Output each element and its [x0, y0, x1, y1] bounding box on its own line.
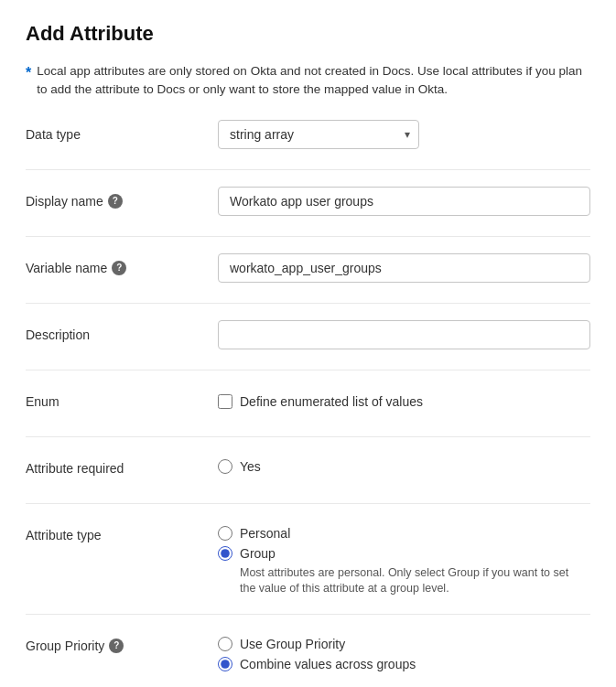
divider-6 [26, 503, 590, 504]
data-type-select-wrapper: string string array integer boolean numb… [218, 120, 419, 149]
group-priority-use-label: Use Group Priority [240, 637, 345, 651]
info-box: * Local app attributes are only stored o… [26, 62, 590, 100]
enum-checkbox-item: Define enumerated list of values [218, 387, 590, 409]
group-priority-combine-item: Combine values across groups [218, 657, 590, 671]
attribute-type-personal-item: Personal [218, 526, 590, 541]
attribute-required-row: Attribute required Yes [26, 454, 590, 487]
description-row: Description [26, 320, 590, 353]
data-type-row: Data type string string array integer bo… [26, 120, 590, 153]
attribute-required-control: Yes [218, 454, 590, 474]
enum-checkbox-label: Define enumerated list of values [240, 394, 423, 409]
group-priority-help-icon[interactable]: ? [109, 639, 124, 653]
group-priority-combine-label: Combine values across groups [240, 657, 416, 671]
description-label: Description [26, 320, 218, 342]
attribute-type-group-label: Group [240, 546, 276, 561]
enum-label: Enum [26, 387, 218, 409]
attribute-type-radio-group: Personal Group [218, 521, 590, 561]
attribute-required-radio-group: Yes [218, 454, 590, 474]
divider-4 [26, 370, 590, 370]
attribute-required-label: Attribute required [26, 454, 218, 476]
description-control [218, 320, 590, 349]
enum-control: Define enumerated list of values [218, 387, 590, 409]
display-name-row: Display name ? [26, 187, 590, 220]
attribute-type-control: Personal Group Most attributes are perso… [218, 521, 590, 597]
description-input[interactable] [218, 320, 590, 349]
display-name-label: Display name ? [26, 187, 218, 209]
variable-name-control [218, 253, 590, 283]
data-type-control: string string array integer boolean numb… [218, 120, 590, 149]
divider-2 [26, 236, 590, 237]
data-type-select[interactable]: string string array integer boolean numb… [218, 120, 419, 149]
group-priority-use-radio[interactable] [218, 637, 232, 651]
variable-name-help-icon[interactable]: ? [112, 261, 126, 275]
info-text: Local app attributes are only stored on … [37, 62, 590, 100]
enum-row: Enum Define enumerated list of values [26, 387, 590, 420]
attribute-type-label: Attribute type [26, 521, 218, 542]
display-name-control [218, 187, 590, 216]
divider-3 [26, 303, 590, 304]
group-priority-use-item: Use Group Priority [218, 637, 590, 651]
variable-name-row: Variable name ? [26, 253, 590, 286]
group-priority-combine-radio[interactable] [218, 657, 232, 671]
attribute-required-yes-radio[interactable] [218, 459, 232, 474]
divider-7 [26, 614, 590, 615]
data-type-label: Data type [26, 120, 218, 142]
attribute-required-yes-item: Yes [218, 459, 590, 474]
group-priority-control: Use Group Priority Combine values across… [218, 631, 590, 671]
group-priority-label: Group Priority ? [26, 631, 218, 653]
enum-checkbox[interactable] [218, 394, 232, 409]
variable-name-label: Variable name ? [26, 253, 218, 275]
attribute-type-personal-radio[interactable] [218, 526, 232, 541]
info-asterisk: * [26, 62, 31, 84]
attribute-required-yes-label: Yes [240, 459, 261, 474]
divider-1 [26, 169, 590, 170]
variable-name-input[interactable] [218, 253, 590, 283]
group-priority-radio-group: Use Group Priority Combine values across… [218, 631, 590, 671]
attribute-type-group-radio[interactable] [218, 546, 232, 561]
attribute-type-group-note: Most attributes are personal. Only selec… [240, 565, 569, 597]
attribute-type-personal-label: Personal [240, 526, 290, 541]
display-name-help-icon[interactable]: ? [108, 194, 123, 209]
divider-5 [26, 436, 590, 437]
display-name-input[interactable] [218, 187, 590, 216]
group-priority-row: Group Priority ? Use Group Priority Comb… [26, 631, 590, 671]
attribute-type-group-item: Group [218, 546, 590, 561]
page-title: Add Attribute [26, 22, 590, 46]
attribute-type-row: Attribute type Personal Group Most attri… [26, 521, 590, 597]
